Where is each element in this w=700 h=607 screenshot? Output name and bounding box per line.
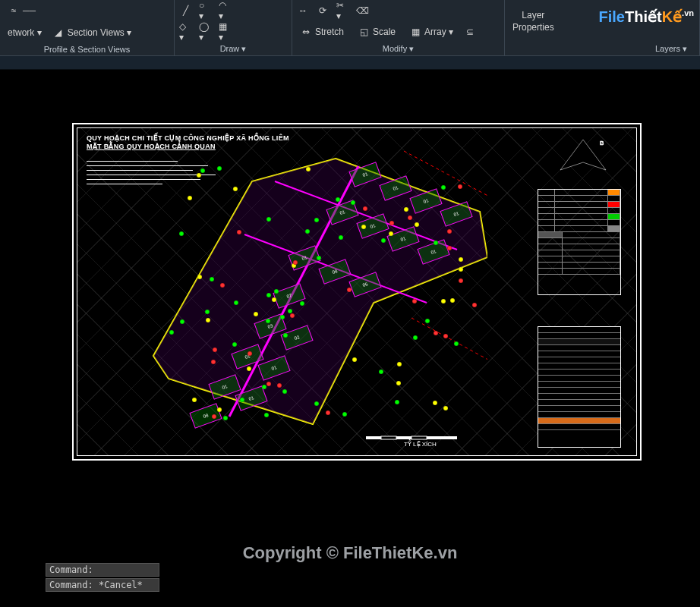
tree-icon — [282, 389, 287, 394]
tree-icon — [404, 207, 408, 212]
tree-icon — [351, 200, 355, 205]
tree-icon — [262, 385, 266, 389]
panel-caption[interactable]: Profile & Section Views — [5, 43, 169, 55]
tree-icon — [459, 267, 463, 272]
tree-icon — [233, 187, 238, 191]
tree-icon — [290, 313, 295, 318]
tree-icon — [169, 330, 174, 335]
tree-icon — [300, 301, 304, 306]
ribbon-panel-draw: ╱ ○ ▾ ◠ ▾ ◇ ▾ ◯ ▾ ▦ ▾ Draw ▾ — [175, 0, 292, 55]
tree-icon — [305, 229, 310, 234]
svg-rect-8 — [366, 436, 381, 439]
label: ── — [23, 5, 36, 16]
panel-caption[interactable]: Draw ▾ — [179, 42, 287, 55]
scale-icon: ◱ — [358, 26, 370, 38]
erase-icon[interactable]: ⌫ — [356, 5, 368, 17]
tree-icon — [447, 246, 452, 250]
tree-icon — [240, 398, 244, 402]
array-icon: ▦ — [409, 26, 421, 38]
model-space[interactable]: QUY HOẠCH CHI TIẾT CỤM CÔNG NGHIỆP XÃ HỒ… — [0, 70, 700, 561]
hatch-icon[interactable]: ▦ ▾ — [219, 26, 231, 38]
tree-icon — [283, 333, 288, 338]
drawing-inner: QUY HOẠCH CHI TIẾT CỤM CÔNG NGHIỆP XÃ HỒ… — [77, 127, 637, 456]
drawing-border: QUY HOẠCH CHI TIẾT CỤM CÔNG NGHIỆP XÃ HỒ… — [72, 123, 642, 461]
tree-icon — [326, 410, 330, 415]
tree-icon — [472, 303, 477, 307]
tree-icon — [266, 217, 271, 222]
tree-icon — [450, 298, 455, 303]
file-tab-bar — [0, 56, 700, 70]
tree-icon — [363, 206, 367, 211]
polyline-icon[interactable]: ◇ ▾ — [179, 26, 191, 38]
wave-icon: ≈ — [8, 5, 20, 17]
section-views-button[interactable]: ◢ Section Views ▾ — [49, 25, 135, 40]
tree-icon — [217, 407, 222, 412]
tree-icon — [459, 278, 463, 283]
north-arrow: B — [553, 136, 613, 181]
tree-icon — [247, 366, 251, 371]
array-button[interactable]: ▦ Array ▾ — [406, 24, 456, 39]
tree-icon — [352, 357, 357, 362]
tree-icon — [389, 231, 393, 236]
panel-caption[interactable]: Layers ▾ — [509, 42, 695, 55]
move-icon[interactable]: ↔ — [297, 5, 309, 17]
svg-text:B: B — [600, 140, 604, 146]
scale-label: TỶ LỆ XÍCH — [404, 441, 437, 448]
tree-icon — [314, 218, 319, 222]
stretch-button[interactable]: ⇔ Stretch — [297, 24, 347, 39]
tree-icon — [179, 231, 184, 236]
drawing-title: QUY HOẠCH CHI TIẾT CỤM CÔNG NGHIỆP XÃ HỒ… — [87, 134, 289, 150]
command-history: Command: Command: *Cancel* — [46, 561, 159, 592]
sample-lines-button[interactable]: ≈ ── — [5, 3, 39, 18]
tree-icon — [212, 414, 216, 419]
tree-icon — [441, 185, 446, 190]
tree-icon — [254, 312, 258, 316]
legend-table — [538, 189, 621, 295]
tree-icon — [280, 315, 285, 319]
layer-properties-button[interactable]: Layer Properties — [509, 9, 557, 33]
tree-icon — [443, 334, 448, 338]
network-button[interactable]: etwork ▾ — [5, 26, 45, 39]
scale-bar — [366, 434, 487, 442]
ribbon-panel-profile-section: ≈ ── etwork ▾ ◢ Section Views ▾ Profile … — [0, 0, 175, 55]
tree-icon — [397, 362, 402, 366]
trim-icon[interactable]: ✂ ▾ — [336, 5, 348, 17]
tree-icon — [434, 331, 438, 335]
command-line: Command: *Cancel* — [46, 578, 159, 592]
tree-icon — [336, 197, 340, 202]
tree-icon — [347, 288, 352, 292]
svg-rect-10 — [396, 436, 411, 439]
tree-icon — [443, 406, 448, 410]
offset-icon[interactable]: ⊆ — [464, 26, 476, 38]
tree-icon — [237, 230, 241, 234]
tree-icon — [339, 235, 343, 240]
site-plan: 01010101010101010108060703020101010108 — [138, 151, 487, 432]
tree-icon — [277, 383, 282, 388]
scale-button[interactable]: ◱ Scale — [355, 24, 399, 39]
panel-caption[interactable]: Modify ▾ — [297, 42, 500, 55]
svg-line-7 — [411, 318, 487, 363]
command-line: Command: — [46, 563, 159, 577]
tree-icon — [264, 413, 269, 417]
tree-icon — [395, 400, 399, 404]
ribbon-panel-layers: Layer Properties Layers ▾ — [505, 0, 700, 55]
ellipse-icon[interactable]: ◯ ▾ — [199, 26, 211, 38]
line-icon[interactable]: ╱ — [179, 5, 191, 17]
tree-icon — [314, 401, 319, 406]
tree-icon — [306, 167, 311, 171]
tree-icon — [293, 260, 298, 265]
tree-icon — [433, 401, 437, 405]
svg-rect-9 — [381, 436, 396, 439]
ribbon-panel-modify: ↔ ⟳ ✂ ▾ ⌫ ⇔ Stretch ◱ Scale ▦ Array ▾ ⊆ … — [292, 0, 505, 55]
circle-icon[interactable]: ○ ▾ — [199, 5, 211, 17]
arc-icon[interactable]: ◠ ▾ — [219, 5, 231, 17]
rotate-icon[interactable]: ⟳ — [317, 5, 329, 17]
tree-icon — [425, 319, 430, 323]
tree-icon — [248, 351, 252, 356]
svg-rect-11 — [411, 436, 427, 439]
ribbon: ≈ ── etwork ▾ ◢ Section Views ▾ Profile … — [0, 0, 700, 56]
svg-rect-12 — [427, 436, 457, 439]
tree-icon — [342, 412, 347, 417]
sections-icon: ◢ — [52, 27, 65, 39]
stretch-icon: ⇔ — [300, 26, 312, 38]
